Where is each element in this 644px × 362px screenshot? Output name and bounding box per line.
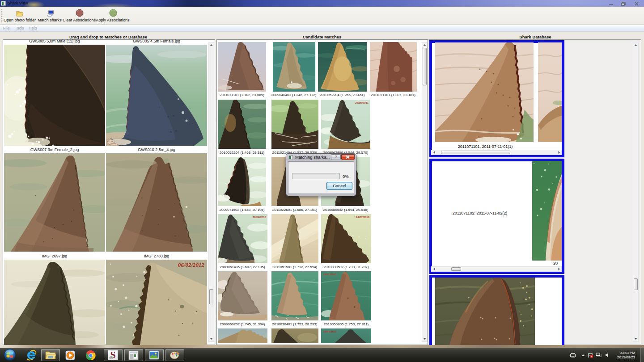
- svg-text:27/05/2011: 27/05/2011: [355, 101, 369, 104]
- svg-text:06/02/2012: 06/02/2012: [178, 261, 205, 268]
- svg-text:24/12/2010: 24/12/2010: [356, 216, 370, 219]
- svg-text:28/09/2010: 28/09/2010: [253, 216, 267, 219]
- svg-text:25/09/2010: 25/09/2010: [323, 330, 337, 333]
- svg-text:26/11/2010: 26/11/2010: [323, 273, 337, 276]
